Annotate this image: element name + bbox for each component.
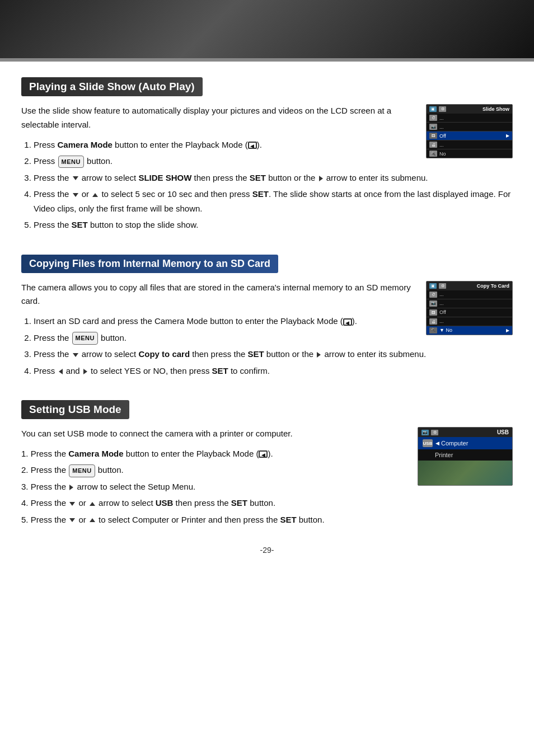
slideshow-step-4: Press the or to select 5 sec or 10 sec a… xyxy=(34,187,513,215)
usb-heading: Setting USB Mode xyxy=(21,400,129,419)
slideshow-panel-title: Slide Show xyxy=(483,106,509,112)
copyfiles-step-3: Press the arrow to select Copy to card t… xyxy=(34,347,513,361)
down-arrow-icon-2 xyxy=(73,193,78,197)
usb-panel-row-printer: Printer xyxy=(418,449,512,461)
slideshow-section: Playing a Slide Show (Auto Play) ▣ ⚙ Sli… xyxy=(21,77,513,238)
menu-btn-icon: MENU xyxy=(58,156,84,168)
usb-printer-label: Printer xyxy=(435,452,453,458)
panel-row-4: 🖨 ... xyxy=(427,140,512,149)
panel-camera-icon: ▣ xyxy=(429,106,437,112)
usb-panel-settings-icon: ⚙ xyxy=(431,430,438,435)
copyfiles-panel-settings-icon: ⚙ xyxy=(439,283,446,289)
up-arrow-icon-2 xyxy=(90,502,95,506)
copyfiles-panel-row-2: 📷 ... xyxy=(427,299,512,308)
usb-computer-label: Computer xyxy=(441,440,468,447)
copyfiles-heading: Copying Files from Internal Memory to an… xyxy=(21,255,278,273)
usb-step-4: 4. Press the or arrow to select USB then… xyxy=(21,496,513,510)
panel-row-3-highlighted: 🖼 Off ▶ xyxy=(427,132,512,140)
panel-row-2: 📷 ... xyxy=(427,123,512,132)
usb-panel-camera-icon: 📷 xyxy=(421,430,429,435)
left-arrow-icon xyxy=(59,369,63,374)
usb-menu-panel: 📷 ⚙ USB USB ◀ Computer Printer xyxy=(418,427,513,486)
page-number: -29- xyxy=(21,546,513,555)
copyfiles-panel-row-4: 🖨 ... xyxy=(427,317,512,326)
panel-settings-icon: ⚙ xyxy=(439,106,446,112)
copyfiles-content: ▣ ⚙ Copy To Card ⏱ ... 📷 ... 🖼 xyxy=(21,281,513,384)
copyfiles-step-4: Press and to select YES or NO, then pres… xyxy=(34,364,513,378)
top-banner xyxy=(0,0,534,62)
usb-panel-title: USB xyxy=(497,429,509,435)
copyfiles-panel-row-5-highlighted: 🔌 ▼ No ▶ xyxy=(427,326,512,335)
right-arrow-icon xyxy=(319,176,323,181)
panel-row-5: 🔌 No xyxy=(427,149,512,158)
down-arrow-icon-5 xyxy=(69,518,75,522)
right-arrow-icon-3 xyxy=(83,369,87,374)
usb-section: Setting USB Mode 📷 ⚙ USB USB ◀ Computer xyxy=(21,400,513,529)
down-arrow-icon-3 xyxy=(73,353,78,357)
slideshow-content: ▣ ⚙ Slide Show ⏱ ... 📷 ... 🖼 xyxy=(21,104,513,238)
usb-content: 📷 ⚙ USB USB ◀ Computer Printer xyxy=(21,427,513,529)
right-arrow-icon-2 xyxy=(317,352,321,358)
usb-panel-preview-image xyxy=(418,461,512,485)
right-arrow-icon-4 xyxy=(69,485,73,490)
usb-panel-row-usb-icon: USB ◀ Computer xyxy=(418,437,512,449)
down-arrow-icon xyxy=(73,176,78,180)
panel-row-1: ⏱ ... xyxy=(427,114,512,123)
slideshow-step-3: Press the arrow to select SLIDE SHOW the… xyxy=(34,171,513,185)
copyfiles-panel-title: Copy To Card xyxy=(477,283,509,289)
down-arrow-icon-4 xyxy=(69,502,75,506)
copyfiles-panel-camera-icon: ▣ xyxy=(429,283,437,289)
copyfiles-section: Copying Files from Internal Memory to an… xyxy=(21,255,513,384)
page-content: Playing a Slide Show (Auto Play) ▣ ⚙ Sli… xyxy=(0,62,534,577)
menu-btn-icon-2: MENU xyxy=(72,332,98,345)
copyfiles-panel-row-3: 🖼 Off xyxy=(427,308,512,317)
up-arrow-icon xyxy=(92,193,98,197)
slideshow-step-5: Press the SET button to stop the slide s… xyxy=(34,218,513,232)
slideshow-menu-panel: ▣ ⚙ Slide Show ⏱ ... 📷 ... 🖼 xyxy=(426,104,513,158)
slideshow-heading: Playing a Slide Show (Auto Play) xyxy=(21,77,203,96)
menu-btn-icon-3: MENU xyxy=(69,464,95,477)
copyfiles-menu-panel: ▣ ⚙ Copy To Card ⏱ ... 📷 ... 🖼 xyxy=(426,281,513,335)
up-arrow-icon-3 xyxy=(90,518,95,522)
copyfiles-panel-row-1: ⏱ ... xyxy=(427,290,512,299)
usb-step-5: 5. Press the or to select Computer or Pr… xyxy=(21,513,513,527)
